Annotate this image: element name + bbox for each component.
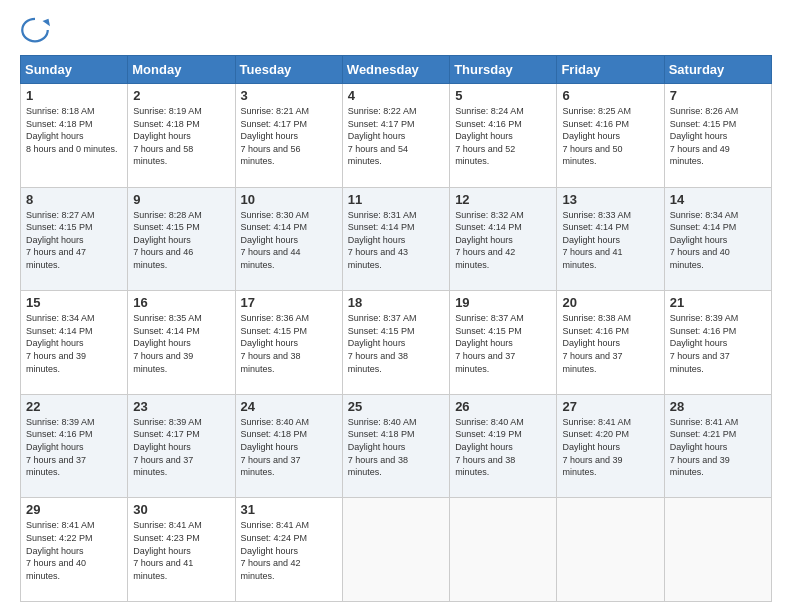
calendar-week-row: 1 Sunrise: 8:18 AM Sunset: 4:18 PM Dayli… <box>21 84 772 188</box>
day-info: Sunrise: 8:37 AM Sunset: 4:15 PM Dayligh… <box>455 312 551 375</box>
calendar-cell: 13 Sunrise: 8:33 AM Sunset: 4:14 PM Dayl… <box>557 187 664 291</box>
day-info: Sunrise: 8:41 AM Sunset: 4:24 PM Dayligh… <box>241 519 337 582</box>
day-number: 28 <box>670 399 766 414</box>
calendar-cell: 3 Sunrise: 8:21 AM Sunset: 4:17 PM Dayli… <box>235 84 342 188</box>
day-info: Sunrise: 8:28 AM Sunset: 4:15 PM Dayligh… <box>133 209 229 272</box>
calendar-cell: 31 Sunrise: 8:41 AM Sunset: 4:24 PM Dayl… <box>235 498 342 602</box>
calendar-header-thursday: Thursday <box>450 56 557 84</box>
day-info: Sunrise: 8:40 AM Sunset: 4:19 PM Dayligh… <box>455 416 551 479</box>
day-number: 8 <box>26 192 122 207</box>
calendar-cell: 19 Sunrise: 8:37 AM Sunset: 4:15 PM Dayl… <box>450 291 557 395</box>
day-info: Sunrise: 8:21 AM Sunset: 4:17 PM Dayligh… <box>241 105 337 168</box>
day-info: Sunrise: 8:38 AM Sunset: 4:16 PM Dayligh… <box>562 312 658 375</box>
calendar-week-row: 29 Sunrise: 8:41 AM Sunset: 4:22 PM Dayl… <box>21 498 772 602</box>
day-number: 29 <box>26 502 122 517</box>
calendar-header-tuesday: Tuesday <box>235 56 342 84</box>
calendar-cell: 11 Sunrise: 8:31 AM Sunset: 4:14 PM Dayl… <box>342 187 449 291</box>
calendar-cell: 28 Sunrise: 8:41 AM Sunset: 4:21 PM Dayl… <box>664 394 771 498</box>
day-info: Sunrise: 8:34 AM Sunset: 4:14 PM Dayligh… <box>26 312 122 375</box>
day-number: 27 <box>562 399 658 414</box>
day-info: Sunrise: 8:18 AM Sunset: 4:18 PM Dayligh… <box>26 105 122 155</box>
calendar-header-friday: Friday <box>557 56 664 84</box>
day-number: 13 <box>562 192 658 207</box>
day-number: 23 <box>133 399 229 414</box>
day-number: 12 <box>455 192 551 207</box>
calendar-cell: 8 Sunrise: 8:27 AM Sunset: 4:15 PM Dayli… <box>21 187 128 291</box>
day-info: Sunrise: 8:40 AM Sunset: 4:18 PM Dayligh… <box>348 416 444 479</box>
calendar-header-saturday: Saturday <box>664 56 771 84</box>
calendar-cell: 23 Sunrise: 8:39 AM Sunset: 4:17 PM Dayl… <box>128 394 235 498</box>
day-info: Sunrise: 8:30 AM Sunset: 4:14 PM Dayligh… <box>241 209 337 272</box>
day-info: Sunrise: 8:31 AM Sunset: 4:14 PM Dayligh… <box>348 209 444 272</box>
page: SundayMondayTuesdayWednesdayThursdayFrid… <box>0 0 792 612</box>
day-info: Sunrise: 8:34 AM Sunset: 4:14 PM Dayligh… <box>670 209 766 272</box>
day-number: 3 <box>241 88 337 103</box>
calendar-cell <box>342 498 449 602</box>
day-number: 15 <box>26 295 122 310</box>
day-info: Sunrise: 8:25 AM Sunset: 4:16 PM Dayligh… <box>562 105 658 168</box>
day-number: 18 <box>348 295 444 310</box>
day-info: Sunrise: 8:33 AM Sunset: 4:14 PM Dayligh… <box>562 209 658 272</box>
day-number: 19 <box>455 295 551 310</box>
day-number: 6 <box>562 88 658 103</box>
day-info: Sunrise: 8:40 AM Sunset: 4:18 PM Dayligh… <box>241 416 337 479</box>
calendar-cell: 26 Sunrise: 8:40 AM Sunset: 4:19 PM Dayl… <box>450 394 557 498</box>
calendar-cell: 9 Sunrise: 8:28 AM Sunset: 4:15 PM Dayli… <box>128 187 235 291</box>
calendar-cell <box>557 498 664 602</box>
day-number: 16 <box>133 295 229 310</box>
day-info: Sunrise: 8:22 AM Sunset: 4:17 PM Dayligh… <box>348 105 444 168</box>
day-number: 10 <box>241 192 337 207</box>
calendar-week-row: 8 Sunrise: 8:27 AM Sunset: 4:15 PM Dayli… <box>21 187 772 291</box>
day-number: 30 <box>133 502 229 517</box>
calendar-cell: 6 Sunrise: 8:25 AM Sunset: 4:16 PM Dayli… <box>557 84 664 188</box>
day-info: Sunrise: 8:41 AM Sunset: 4:23 PM Dayligh… <box>133 519 229 582</box>
calendar-table: SundayMondayTuesdayWednesdayThursdayFrid… <box>20 55 772 602</box>
day-number: 20 <box>562 295 658 310</box>
day-number: 14 <box>670 192 766 207</box>
calendar-cell: 25 Sunrise: 8:40 AM Sunset: 4:18 PM Dayl… <box>342 394 449 498</box>
calendar-cell <box>450 498 557 602</box>
calendar-week-row: 22 Sunrise: 8:39 AM Sunset: 4:16 PM Dayl… <box>21 394 772 498</box>
day-number: 9 <box>133 192 229 207</box>
day-number: 11 <box>348 192 444 207</box>
day-number: 2 <box>133 88 229 103</box>
calendar-header-row: SundayMondayTuesdayWednesdayThursdayFrid… <box>21 56 772 84</box>
calendar-cell: 20 Sunrise: 8:38 AM Sunset: 4:16 PM Dayl… <box>557 291 664 395</box>
calendar-cell: 24 Sunrise: 8:40 AM Sunset: 4:18 PM Dayl… <box>235 394 342 498</box>
day-number: 25 <box>348 399 444 414</box>
calendar-cell <box>664 498 771 602</box>
generalblue-logo-icon <box>20 15 50 45</box>
day-info: Sunrise: 8:32 AM Sunset: 4:14 PM Dayligh… <box>455 209 551 272</box>
day-info: Sunrise: 8:39 AM Sunset: 4:16 PM Dayligh… <box>670 312 766 375</box>
calendar-cell: 30 Sunrise: 8:41 AM Sunset: 4:23 PM Dayl… <box>128 498 235 602</box>
day-info: Sunrise: 8:24 AM Sunset: 4:16 PM Dayligh… <box>455 105 551 168</box>
day-info: Sunrise: 8:37 AM Sunset: 4:15 PM Dayligh… <box>348 312 444 375</box>
day-info: Sunrise: 8:39 AM Sunset: 4:17 PM Dayligh… <box>133 416 229 479</box>
calendar-cell: 14 Sunrise: 8:34 AM Sunset: 4:14 PM Dayl… <box>664 187 771 291</box>
day-number: 17 <box>241 295 337 310</box>
day-info: Sunrise: 8:27 AM Sunset: 4:15 PM Dayligh… <box>26 209 122 272</box>
day-number: 5 <box>455 88 551 103</box>
svg-marker-0 <box>43 19 51 27</box>
calendar-cell: 7 Sunrise: 8:26 AM Sunset: 4:15 PM Dayli… <box>664 84 771 188</box>
calendar-cell: 2 Sunrise: 8:19 AM Sunset: 4:18 PM Dayli… <box>128 84 235 188</box>
header <box>20 15 772 45</box>
calendar-cell: 22 Sunrise: 8:39 AM Sunset: 4:16 PM Dayl… <box>21 394 128 498</box>
calendar-cell: 12 Sunrise: 8:32 AM Sunset: 4:14 PM Dayl… <box>450 187 557 291</box>
day-info: Sunrise: 8:41 AM Sunset: 4:20 PM Dayligh… <box>562 416 658 479</box>
calendar-cell: 21 Sunrise: 8:39 AM Sunset: 4:16 PM Dayl… <box>664 291 771 395</box>
calendar-week-row: 15 Sunrise: 8:34 AM Sunset: 4:14 PM Dayl… <box>21 291 772 395</box>
day-info: Sunrise: 8:35 AM Sunset: 4:14 PM Dayligh… <box>133 312 229 375</box>
calendar-header-monday: Monday <box>128 56 235 84</box>
calendar-cell: 27 Sunrise: 8:41 AM Sunset: 4:20 PM Dayl… <box>557 394 664 498</box>
day-number: 7 <box>670 88 766 103</box>
day-number: 31 <box>241 502 337 517</box>
day-number: 21 <box>670 295 766 310</box>
day-number: 24 <box>241 399 337 414</box>
calendar-cell: 1 Sunrise: 8:18 AM Sunset: 4:18 PM Dayli… <box>21 84 128 188</box>
day-number: 4 <box>348 88 444 103</box>
calendar-header-wednesday: Wednesday <box>342 56 449 84</box>
day-info: Sunrise: 8:26 AM Sunset: 4:15 PM Dayligh… <box>670 105 766 168</box>
day-number: 1 <box>26 88 122 103</box>
calendar-cell: 15 Sunrise: 8:34 AM Sunset: 4:14 PM Dayl… <box>21 291 128 395</box>
